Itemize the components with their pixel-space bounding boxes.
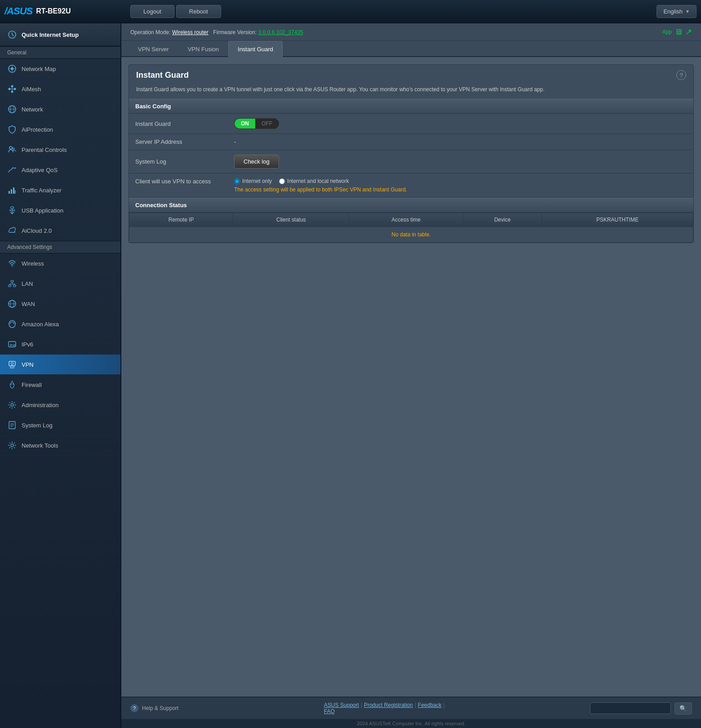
svg-rect-16 — [9, 191, 10, 194]
traffic-analyzer-icon — [7, 185, 17, 195]
sidebar-item-aiprotection[interactable]: AiProtection — [0, 120, 120, 140]
svg-point-8 — [11, 91, 13, 93]
check-log-button[interactable]: Check log — [234, 155, 279, 169]
monitor-icon[interactable]: 🖥 — [674, 27, 683, 37]
footer-help: ? Help & Support — [130, 704, 178, 712]
no-data-cell: No data in table. — [129, 227, 693, 243]
vpn-access-row: Client will use VPN to access Internet o… — [129, 173, 693, 198]
content-area: Operation Mode: Wireless router Firmware… — [121, 23, 701, 728]
sidebar-item-network[interactable]: Network — [0, 99, 120, 120]
sidebar-label-aiprotection: AiProtection — [22, 126, 53, 133]
sidebar-item-adaptive-qos[interactable]: Adaptive QoS — [0, 160, 120, 180]
svg-point-7 — [11, 85, 13, 88]
sidebar-item-aicloud[interactable]: AiCloud 2.0 — [0, 221, 120, 241]
sidebar-item-parental-controls[interactable]: Parental Controls — [0, 140, 120, 160]
footer-link-faq[interactable]: FAQ — [324, 708, 335, 715]
radio-internet-only[interactable]: Internet only — [234, 178, 272, 184]
aimesh-icon — [7, 84, 17, 94]
footer-links-row1: ASUS Support | Product Registration | Fe… — [324, 702, 445, 708]
instant-guard-row: Instant Guard ON OFF — [129, 114, 693, 134]
footer-search-button[interactable]: 🔍 — [674, 702, 692, 715]
main-layout: Quick Internet Setup General Network Map… — [0, 23, 701, 728]
system-log-label: System Log — [135, 158, 234, 165]
svg-rect-38 — [9, 361, 15, 366]
col-device: Device — [463, 213, 542, 227]
sidebar-item-administration[interactable]: Administration — [0, 395, 120, 415]
radio-internet-only-input[interactable] — [234, 178, 240, 184]
table-row-no-data: No data in table. — [129, 227, 693, 243]
svg-point-41 — [11, 363, 13, 365]
server-ip-row: Server IP Address - — [129, 134, 693, 150]
sidebar-item-amazon-alexa[interactable]: Amazon Alexa — [0, 314, 120, 334]
radio-internet-local-input[interactable] — [279, 178, 285, 184]
col-pskrauthtime: PSKRAUTHTIME — [541, 213, 693, 227]
sidebar-item-vpn[interactable]: VPN — [0, 355, 120, 375]
wireless-icon — [7, 258, 17, 268]
tab-vpn-server[interactable]: VPN Server — [129, 41, 178, 57]
firewall-icon — [7, 380, 17, 390]
sidebar-item-lan[interactable]: LAN — [0, 274, 120, 294]
help-icon[interactable]: ? — [676, 70, 686, 80]
sidebar-item-aimesh[interactable]: AiMesh — [0, 79, 120, 99]
sidebar-item-network-map[interactable]: Network Map — [0, 59, 120, 79]
top-nav: Logout Reboot — [130, 5, 657, 18]
tab-vpn-fusion[interactable]: VPN Fusion — [178, 41, 228, 57]
vpn-access-radio-group: Internet only Internet and local network — [234, 178, 687, 184]
sidebar-label-administration: Administration — [22, 402, 58, 408]
instant-guard-toggle-container: ON OFF — [234, 118, 687, 129]
footer-links-row2: FAQ — [324, 708, 445, 715]
footer-link-support[interactable]: ASUS Support — [324, 702, 359, 708]
network-icon — [7, 104, 17, 114]
sidebar: Quick Internet Setup General Network Map… — [0, 23, 121, 728]
adaptive-qos-icon — [7, 165, 17, 175]
sidebar-item-ipv6[interactable]: IPv6 IPv6 — [0, 334, 120, 355]
svg-point-15 — [13, 148, 14, 150]
language-area: English ▼ — [657, 5, 697, 18]
op-mode-value[interactable]: Wireless router — [172, 29, 209, 36]
sidebar-label-aicloud: AiCloud 2.0 — [22, 227, 52, 234]
lan-icon — [7, 279, 17, 289]
basic-config-header: Basic Config — [129, 99, 693, 114]
instant-guard-toggle[interactable]: ON OFF — [234, 118, 279, 129]
share-icon[interactable]: ↗ — [685, 27, 692, 37]
toggle-off-label: OFF — [255, 119, 279, 129]
footer-link-feedback[interactable]: Feedback — [418, 702, 442, 708]
general-section-header: General — [0, 46, 120, 59]
sidebar-item-network-tools[interactable]: Network Tools — [0, 435, 120, 456]
sidebar-item-traffic-analyzer[interactable]: Traffic Analyzer — [0, 180, 120, 200]
tab-bar: VPN Server VPN Fusion Instant Guard — [121, 41, 701, 57]
radio-internet-local[interactable]: Internet and local network — [279, 178, 349, 184]
firmware-version[interactable]: 3.0.0.6.102_37435 — [258, 29, 303, 36]
model-name: RT-BE92U — [36, 7, 71, 15]
parental-controls-icon — [7, 145, 17, 155]
language-button[interactable]: English ▼ — [657, 5, 697, 18]
footer-links-area: ASUS Support | Product Registration | Fe… — [324, 702, 445, 715]
footer-link-registration[interactable]: Product Registration — [364, 702, 413, 708]
sidebar-item-usb-application[interactable]: USB Application — [0, 200, 120, 221]
sidebar-label-network-tools: Network Tools — [22, 442, 58, 449]
sidebar-item-system-log[interactable]: System Log — [0, 415, 120, 435]
footer-search-input[interactable] — [590, 702, 671, 714]
logout-button[interactable]: Logout — [130, 5, 174, 18]
svg-point-35 — [9, 320, 15, 328]
svg-rect-18 — [13, 187, 14, 194]
svg-point-42 — [11, 404, 13, 406]
sidebar-item-firewall[interactable]: Firewall — [0, 375, 120, 395]
tab-instant-guard[interactable]: Instant Guard — [228, 41, 283, 57]
system-log-value: Check log — [234, 155, 687, 169]
sidebar-item-quick-setup[interactable]: Quick Internet Setup — [0, 23, 120, 46]
sidebar-item-wan[interactable]: WAN — [0, 294, 120, 314]
table-header-row: Remote IP Client status Access time Devi… — [129, 213, 693, 227]
sidebar-label-ipv6: IPv6 — [22, 341, 33, 348]
reboot-button[interactable]: Reboot — [176, 5, 221, 18]
sidebar-item-wireless[interactable]: Wireless — [0, 253, 120, 274]
svg-point-14 — [9, 146, 12, 149]
connection-status-header: Connection Status — [129, 198, 693, 213]
col-remote-ip: Remote IP — [129, 213, 233, 227]
footer-copyright: 2024 ASUSTeK Computer Inc. All rights re… — [121, 719, 701, 728]
radio-internet-only-label: Internet only — [242, 178, 272, 184]
svg-text:IPv6: IPv6 — [10, 344, 16, 346]
ipv6-icon: IPv6 — [7, 339, 17, 349]
administration-icon — [7, 400, 17, 410]
aiprotection-icon — [7, 124, 17, 134]
